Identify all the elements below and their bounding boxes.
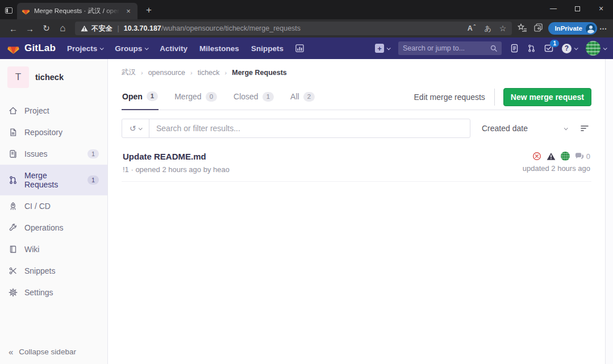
assignee-avatar[interactable] xyxy=(561,152,570,161)
sidebar-item-project[interactable]: Project xyxy=(0,100,107,122)
recent-searches-button[interactable]: ↺ xyxy=(122,119,149,137)
address-bar[interactable]: 不安全 | 10.3.70.187 /wuhan/opensource/tich… xyxy=(75,22,512,35)
mr-title-link[interactable]: Update README.md xyxy=(123,152,230,161)
todo-count-badge: 1 xyxy=(550,40,559,47)
browser-tab[interactable]: Merge Requests · 武汉 / openso × xyxy=(17,3,137,19)
sidebar-item-repository[interactable]: Repository xyxy=(0,122,107,143)
back-button[interactable]: ← xyxy=(6,21,21,36)
url-separator: | xyxy=(118,24,119,32)
home-icon xyxy=(9,106,18,115)
search-icon xyxy=(490,45,497,52)
tab-all[interactable]: All 2 xyxy=(290,85,315,110)
breadcrumb-current: Merge Requests xyxy=(232,69,287,77)
page-scrollbar[interactable] xyxy=(605,59,613,364)
tab-actions-icon[interactable] xyxy=(0,2,17,18)
window-controls: — × xyxy=(541,0,613,17)
nav-projects[interactable]: Projects xyxy=(67,44,103,53)
collapse-sidebar-button[interactable]: « Collapse sidebar xyxy=(0,340,107,364)
gitlab-navbar: GitLab Projects Groups Activity Mileston… xyxy=(0,37,613,59)
gitlab-logo[interactable]: GitLab xyxy=(7,42,56,55)
favorites-icon[interactable] xyxy=(518,23,527,34)
help-menu[interactable]: ? xyxy=(562,44,577,53)
forward-button[interactable]: → xyxy=(22,21,37,36)
breadcrumb-project[interactable]: ticheck xyxy=(198,69,220,77)
tab-close-icon[interactable]: × xyxy=(124,7,133,15)
merge-request-list: Update README.md !1 · opened 2 hours ago… xyxy=(122,145,591,182)
home-button[interactable]: ⌂ xyxy=(55,21,70,36)
url-host: 10.3.70.187 xyxy=(124,24,161,32)
maximize-icon xyxy=(575,6,580,11)
plus-icon: + xyxy=(375,44,384,53)
warning-icon[interactable] xyxy=(547,152,556,161)
new-merge-request-button[interactable]: New merge request xyxy=(503,88,591,106)
sidebar-item-ci-cd[interactable]: CI / CD xyxy=(0,195,107,217)
gear-icon xyxy=(9,288,18,297)
sidebar-item-wiki[interactable]: Wiki xyxy=(0,239,107,260)
todos-icon[interactable]: 1 xyxy=(544,44,553,53)
scissors-icon xyxy=(9,266,18,275)
comment-count: 0 xyxy=(586,152,590,161)
merge-request-row[interactable]: Update README.md !1 · opened 2 hours ago… xyxy=(122,145,591,182)
nav-milestones[interactable]: Milestones xyxy=(199,44,239,53)
not-secure-label[interactable]: 不安全 xyxy=(91,24,113,34)
add-favorite-icon[interactable]: ☆ xyxy=(499,24,507,33)
merge-requests-dashboard-icon[interactable] xyxy=(527,44,536,53)
new-tab-button[interactable]: + xyxy=(143,5,155,16)
tab-open[interactable]: Open 1 xyxy=(122,84,159,110)
breadcrumb-subgroup[interactable]: opensource xyxy=(148,69,185,77)
collections-icon[interactable] xyxy=(534,23,543,34)
chevron-down-icon xyxy=(100,46,104,50)
user-menu[interactable] xyxy=(586,41,606,56)
project-header[interactable]: T ticheck xyxy=(0,59,107,97)
user-avatar xyxy=(586,41,601,56)
comments-indicator[interactable]: 0 xyxy=(575,152,590,161)
book-icon xyxy=(9,245,18,254)
charts-icon[interactable] xyxy=(295,44,304,52)
all-count-badge: 2 xyxy=(303,92,315,102)
tab-closed[interactable]: Closed 1 xyxy=(233,85,274,110)
minimize-button[interactable]: — xyxy=(541,0,565,17)
read-aloud-icon[interactable]: A⌃ xyxy=(468,24,477,32)
mr-meta: !1 · opened 2 hours ago by heao xyxy=(123,165,230,174)
close-window-button[interactable]: × xyxy=(589,0,613,17)
browser-menu-icon[interactable]: ⋯ xyxy=(599,24,607,33)
document-icon xyxy=(9,128,18,137)
nav-snippets[interactable]: Snippets xyxy=(251,44,283,53)
merge-requests-page: 武汉 › opensource › ticheck › Merge Reques… xyxy=(108,59,605,364)
mr-state-tabs: Open 1 Merged 0 Closed 1 All 2 Edit merg… xyxy=(122,84,591,110)
pipeline-failed-icon[interactable] xyxy=(532,152,541,161)
new-menu-button[interactable]: + xyxy=(375,44,390,53)
project-name: ticheck xyxy=(35,73,64,82)
breadcrumb-group[interactable]: 武汉 xyxy=(122,68,136,77)
global-search-input[interactable] xyxy=(403,44,490,52)
tab-merged[interactable]: Merged 0 xyxy=(174,85,218,110)
not-secure-warning-icon[interactable] xyxy=(81,25,88,32)
issues-icon xyxy=(9,149,18,158)
rocket-icon xyxy=(9,202,18,211)
nav-groups[interactable]: Groups xyxy=(115,44,148,53)
maximize-button[interactable] xyxy=(565,0,589,17)
sidebar-item-merge-requests[interactable]: Merge Requests 1 xyxy=(0,165,107,195)
translate-icon[interactable]: あ xyxy=(485,24,491,34)
chevron-down-icon xyxy=(139,126,143,130)
inprivate-label: InPrivate xyxy=(554,25,582,32)
chevron-down-icon xyxy=(387,46,391,50)
sidebar-item-operations[interactable]: Operations xyxy=(0,217,107,239)
inprivate-badge[interactable]: InPrivate xyxy=(548,22,597,35)
issues-dashboard-icon[interactable] xyxy=(510,44,519,53)
edit-merge-requests-button[interactable]: Edit merge requests xyxy=(405,89,495,106)
tab-title: Merge Requests · 武汉 / openso xyxy=(34,7,120,15)
sidebar-item-settings[interactable]: Settings xyxy=(0,282,107,303)
sort-dropdown[interactable]: Created date xyxy=(479,124,569,133)
browser-toolbar: ← → ↻ ⌂ 不安全 | 10.3.70.187 /wuhan/opensou… xyxy=(0,19,613,37)
issues-count-badge: 1 xyxy=(87,149,99,158)
nav-activity[interactable]: Activity xyxy=(160,44,187,53)
sidebar-item-snippets[interactable]: Snippets xyxy=(0,260,107,282)
sort-direction-button[interactable] xyxy=(578,125,591,132)
mr-updated-text: updated 2 hours ago xyxy=(523,164,590,173)
sort-dropdown-label: Created date xyxy=(482,124,528,133)
filter-search-input[interactable] xyxy=(149,124,470,133)
sidebar-item-issues[interactable]: Issues 1 xyxy=(0,143,107,165)
global-search[interactable] xyxy=(398,41,502,55)
refresh-button[interactable]: ↻ xyxy=(39,21,54,36)
